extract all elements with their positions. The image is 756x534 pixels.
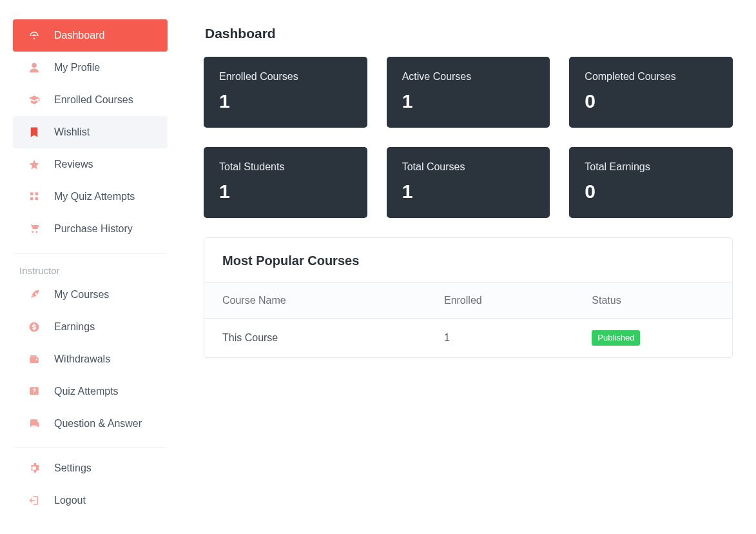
stat-total-students: Total Students 1 — [204, 147, 367, 218]
sidebar-item-logout[interactable]: Logout — [13, 484, 168, 517]
sidebar-item-label: Withdrawals — [54, 353, 110, 365]
user-icon — [27, 62, 41, 74]
sidebar-item-my-courses[interactable]: My Courses — [13, 279, 168, 311]
stat-label: Active Courses — [402, 71, 535, 83]
stat-value: 0 — [585, 90, 717, 112]
stat-label: Total Courses — [402, 161, 535, 173]
stat-label: Total Students — [219, 161, 352, 173]
gear-icon — [27, 462, 41, 475]
sidebar-item-purchase-history[interactable]: Purchase History — [13, 213, 168, 245]
sidebar-item-question-answer[interactable]: Question & Answer — [13, 408, 168, 440]
sidebar-item-label: Enrolled Courses — [54, 94, 133, 106]
sidebar-item-withdrawals[interactable]: Withdrawals — [13, 343, 168, 375]
cell-enrolled: 1 — [426, 319, 574, 358]
page-title: Dashboard — [205, 26, 733, 41]
question-icon — [27, 386, 41, 398]
stat-total-earnings: Total Earnings 0 — [569, 147, 733, 218]
stat-enrolled-courses: Enrolled Courses 1 — [204, 57, 367, 128]
sidebar-item-wishlist[interactable]: Wishlist — [13, 116, 168, 148]
wallet-icon — [27, 353, 41, 366]
popular-courses-panel: Most Popular Courses Course Name Enrolle… — [204, 237, 733, 358]
sidebar-item-label: My Courses — [54, 289, 109, 301]
col-course-name: Course Name — [204, 283, 426, 319]
graduation-icon — [27, 94, 41, 106]
col-status: Status — [574, 283, 732, 319]
rocket-icon — [27, 289, 41, 301]
dashboard-icon — [27, 30, 41, 42]
sidebar-item-my-profile[interactable]: My Profile — [13, 52, 168, 84]
sidebar-item-label: Dashboard — [54, 30, 104, 41]
qa-icon — [27, 418, 41, 430]
col-enrolled: Enrolled — [426, 283, 574, 319]
table-row[interactable]: This Course 1 Published — [204, 319, 732, 358]
stat-value: 1 — [402, 90, 535, 112]
stat-total-courses: Total Courses 1 — [387, 147, 550, 218]
popular-courses-table: Course Name Enrolled Status This Course … — [204, 282, 732, 357]
stat-label: Completed Courses — [585, 71, 717, 83]
sidebar-item-label: Question & Answer — [54, 418, 142, 430]
stat-value: 1 — [219, 90, 352, 112]
sidebar-item-label: My Quiz Attempts — [54, 191, 135, 203]
sidebar-item-label: Quiz Attempts — [54, 386, 119, 397]
stat-label: Enrolled Courses — [219, 71, 352, 83]
sidebar-item-enrolled-courses[interactable]: Enrolled Courses — [13, 84, 168, 116]
sidebar-item-reviews[interactable]: Reviews — [13, 148, 168, 181]
main-content: Dashboard Enrolled Courses 1 Active Cour… — [180, 0, 756, 358]
sidebar-separator — [14, 448, 166, 448]
sidebar-item-label: Settings — [54, 462, 92, 474]
bookmark-icon — [27, 126, 41, 139]
sidebar-item-dashboard[interactable]: Dashboard — [13, 19, 168, 52]
sidebar-item-settings[interactable]: Settings — [13, 452, 168, 484]
sidebar-item-label: Logout — [54, 495, 86, 506]
dollar-icon — [27, 321, 41, 333]
stat-completed-courses: Completed Courses 0 — [569, 57, 733, 128]
star-icon — [27, 159, 41, 171]
stats-grid: Enrolled Courses 1 Active Courses 1 Comp… — [204, 57, 733, 218]
sidebar-item-label: Earnings — [54, 321, 95, 333]
sidebar-item-my-quiz-attempts[interactable]: My Quiz Attempts — [13, 181, 168, 213]
logout-icon — [27, 495, 41, 507]
cell-course-name: This Course — [204, 319, 426, 358]
sidebar-item-label: Reviews — [54, 159, 93, 170]
stat-active-courses: Active Courses 1 — [387, 57, 550, 128]
quiz-icon — [27, 191, 41, 203]
stat-value: 1 — [219, 181, 352, 203]
sidebar-item-earnings[interactable]: Earnings — [13, 311, 168, 343]
status-badge: Published — [592, 330, 640, 346]
sidebar-item-quiz-attempts[interactable]: Quiz Attempts — [13, 375, 168, 408]
sidebar-item-label: Purchase History — [54, 223, 133, 235]
sidebar-separator — [14, 253, 166, 253]
cart-icon — [27, 223, 41, 235]
sidebar: Dashboard My Profile Enrolled Courses Wi… — [0, 0, 180, 529]
table-header-row: Course Name Enrolled Status — [204, 283, 732, 319]
stat-value: 1 — [402, 181, 535, 203]
sidebar-heading-instructor: Instructor — [0, 257, 180, 279]
cell-status: Published — [574, 319, 732, 358]
sidebar-item-label: My Profile — [54, 62, 100, 74]
stat-label: Total Earnings — [585, 161, 717, 173]
panel-title: Most Popular Courses — [204, 238, 732, 282]
stat-value: 0 — [585, 181, 717, 203]
sidebar-item-label: Wishlist — [54, 126, 90, 138]
